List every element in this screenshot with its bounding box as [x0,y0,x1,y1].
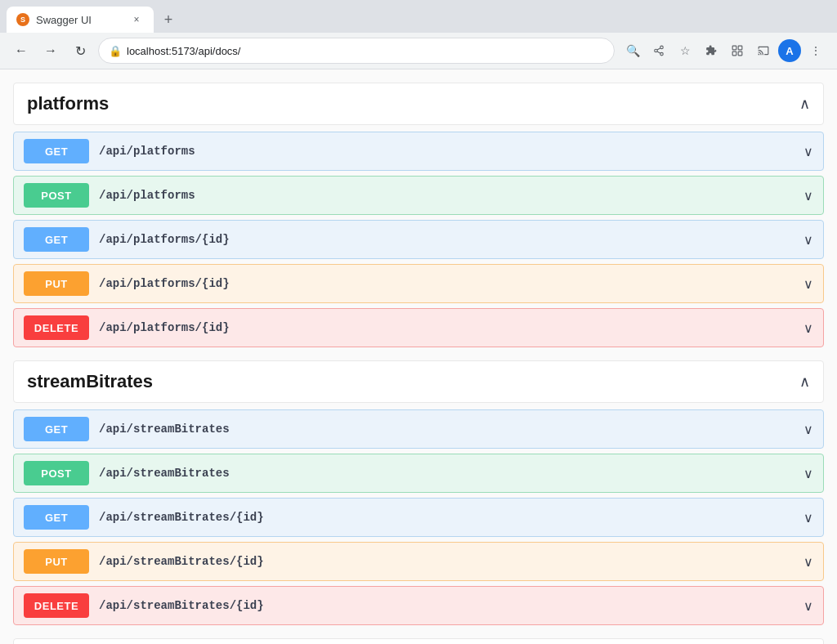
endpoint-path-streamBitrates-4: /api/streamBitrates/{id} [99,599,264,612]
endpoint-row-streamBitrates-4[interactable]: DELETE /api/streamBitrates/{id} ∨ [13,586,824,625]
svg-point-1 [655,49,658,52]
endpoint-row-platforms-2[interactable]: GET /api/platforms/{id} ∨ [13,220,824,259]
section-header-serverStatus[interactable]: serverStatus ∧ [13,638,824,644]
svg-rect-5 [732,46,736,50]
endpoint-row-platforms-0[interactable]: GET /api/platforms ∨ [13,132,824,171]
section-header-platforms[interactable]: platforms ∧ [13,83,824,125]
method-badge-platforms-0: GET [24,139,89,163]
endpoint-chevron-platforms-2: ∨ [803,232,813,248]
star-icon[interactable]: ☆ [674,39,696,62]
method-badge-platforms-2: GET [24,227,89,252]
new-tab-button[interactable]: + [157,8,180,31]
back-button[interactable]: ← [10,39,33,62]
endpoint-path-streamBitrates-2: /api/streamBitrates/{id} [99,511,264,524]
endpoint-path-platforms-2: /api/platforms/{id} [99,233,230,246]
method-badge-streamBitrates-0: GET [24,417,89,441]
profile-button[interactable]: A [778,39,801,62]
active-tab[interactable]: S Swagger UI × [7,7,154,33]
method-badge-platforms-1: POST [24,183,89,208]
url-text: localhost:5173/api/docs/ [127,45,604,57]
svg-line-3 [657,51,660,53]
tab-title: Swagger UI [36,14,92,26]
section-title-streamBitrates: streamBitrates [27,371,153,392]
endpoint-chevron-platforms-0: ∨ [803,144,813,159]
endpoint-chevron-streamBitrates-1: ∨ [803,466,813,481]
endpoint-row-streamBitrates-2[interactable]: GET /api/streamBitrates/{id} ∨ [13,498,824,537]
endpoint-path-platforms-4: /api/platforms/{id} [99,321,230,334]
endpoint-path-streamBitrates-1: /api/streamBitrates [99,467,230,480]
endpoint-row-platforms-1[interactable]: POST /api/platforms ∨ [13,176,824,215]
svg-rect-7 [738,51,742,56]
endpoint-chevron-streamBitrates-3: ∨ [803,554,813,570]
section-chevron-streamBitrates: ∧ [799,373,810,391]
endpoint-left-platforms-3: PUT /api/platforms/{id} [24,271,230,296]
browser-actions: 🔍 ☆ A ⋮ [621,39,827,62]
svg-point-0 [660,46,664,49]
puzzle-icon[interactable] [726,39,749,62]
endpoint-chevron-platforms-3: ∨ [803,276,813,292]
method-badge-platforms-3: PUT [24,271,89,296]
endpoint-path-platforms-0: /api/platforms [99,145,195,158]
cast-icon[interactable] [752,39,775,62]
endpoint-row-streamBitrates-0[interactable]: GET /api/streamBitrates ∨ [13,409,824,449]
swagger-content: platforms ∧ GET /api/platforms ∨ POST /a… [0,69,837,644]
browser-chrome: S Swagger UI × + ← → ↻ 🔒 localhost:5173/… [0,0,837,69]
method-badge-streamBitrates-3: PUT [24,549,89,574]
share-icon[interactable] [647,39,670,62]
endpoint-left-platforms-1: POST /api/platforms [24,183,195,208]
lock-icon: 🔒 [109,45,122,57]
tab-close-button[interactable]: × [129,12,144,27]
endpoint-left-platforms-0: GET /api/platforms [24,139,195,163]
svg-line-4 [657,48,660,50]
extension-icon[interactable] [700,39,723,62]
endpoint-left-streamBitrates-4: DELETE /api/streamBitrates/{id} [24,593,264,618]
api-sections-container: platforms ∧ GET /api/platforms ∨ POST /a… [13,83,824,644]
endpoint-path-streamBitrates-0: /api/streamBitrates [99,423,230,436]
method-badge-streamBitrates-4: DELETE [24,593,89,618]
section-platforms: platforms ∧ GET /api/platforms ∨ POST /a… [13,83,824,347]
menu-button[interactable]: ⋮ [804,39,827,62]
endpoint-row-platforms-4[interactable]: DELETE /api/platforms/{id} ∨ [13,308,824,347]
section-chevron-platforms: ∧ [799,95,810,113]
endpoint-chevron-streamBitrates-2: ∨ [803,510,813,525]
endpoint-left-platforms-4: DELETE /api/platforms/{id} [24,315,230,340]
endpoint-row-platforms-3[interactable]: PUT /api/platforms/{id} ∨ [13,264,824,303]
section-title-platforms: platforms [27,93,109,114]
method-badge-platforms-4: DELETE [24,315,89,340]
endpoint-left-platforms-2: GET /api/platforms/{id} [24,227,230,252]
forward-button[interactable]: → [39,39,62,62]
nav-bar: ← → ↻ 🔒 localhost:5173/api/docs/ 🔍 ☆ A ⋮ [0,33,837,69]
endpoint-left-streamBitrates-0: GET /api/streamBitrates [24,417,230,441]
endpoint-left-streamBitrates-1: POST /api/streamBitrates [24,461,230,485]
endpoint-row-streamBitrates-1[interactable]: POST /api/streamBitrates ∨ [13,454,824,493]
address-bar[interactable]: 🔒 localhost:5173/api/docs/ [98,38,615,64]
method-badge-streamBitrates-1: POST [24,461,89,485]
svg-rect-6 [738,46,742,50]
endpoint-left-streamBitrates-3: PUT /api/streamBitrates/{id} [24,549,264,574]
endpoint-chevron-platforms-4: ∨ [803,320,813,336]
endpoint-chevron-streamBitrates-4: ∨ [803,598,813,614]
endpoint-chevron-platforms-1: ∨ [803,188,813,203]
tab-favicon: S [16,13,29,26]
reload-button[interactable]: ↻ [69,39,92,62]
method-badge-streamBitrates-2: GET [24,505,89,530]
endpoint-row-streamBitrates-3[interactable]: PUT /api/streamBitrates/{id} ∨ [13,542,824,581]
endpoint-path-streamBitrates-3: /api/streamBitrates/{id} [99,555,264,568]
section-serverStatus: serverStatus ∧ GET /api/serverStatus ∨ [13,638,824,644]
tab-bar: S Swagger UI × + [0,0,837,33]
search-icon[interactable]: 🔍 [621,39,644,62]
section-header-streamBitrates[interactable]: streamBitrates ∧ [13,360,824,403]
svg-rect-8 [732,51,736,56]
endpoint-chevron-streamBitrates-0: ∨ [803,422,813,437]
section-streamBitrates: streamBitrates ∧ GET /api/streamBitrates… [13,360,824,625]
endpoint-path-platforms-1: /api/platforms [99,189,195,202]
endpoint-left-streamBitrates-2: GET /api/streamBitrates/{id} [24,505,264,530]
endpoint-path-platforms-3: /api/platforms/{id} [99,277,230,290]
svg-point-2 [660,52,664,56]
